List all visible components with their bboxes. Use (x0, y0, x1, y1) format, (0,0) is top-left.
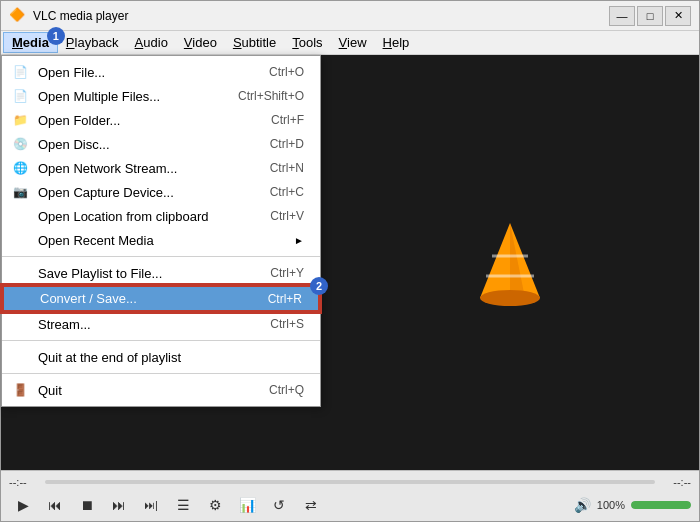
seek-time-right: --:-- (661, 476, 691, 488)
menu-media-label: M (12, 35, 23, 50)
menu-media[interactable]: Media 1 (3, 32, 58, 53)
menu-item-stream[interactable]: Stream... Ctrl+S (2, 312, 320, 336)
menu-item-quit[interactable]: 🚪 Quit Ctrl+Q (2, 378, 320, 402)
menubar: Media 1 Playback Audio Video Subtitle To… (1, 31, 699, 55)
menu-subtitle[interactable]: Subtitle (225, 33, 284, 52)
controls-right: 🔊 100% (574, 497, 691, 513)
open-disc-icon: 💿 (10, 134, 30, 154)
volume-fill (631, 501, 691, 509)
menu-item-open-folder[interactable]: 📁 Open Folder... Ctrl+F (2, 108, 320, 132)
frame-button[interactable]: ⏭| (137, 493, 165, 517)
volume-icon: 🔊 (574, 497, 591, 513)
seek-bar[interactable]: --:-- --:-- (9, 475, 691, 489)
visualize-button[interactable]: 📊 (233, 493, 261, 517)
menu-item-open-location[interactable]: Open Location from clipboard Ctrl+V (2, 204, 320, 228)
svg-point-2 (480, 290, 540, 306)
shuffle-button[interactable]: ⇄ (297, 493, 325, 517)
window-controls: — □ ✕ (609, 6, 691, 26)
open-capture-icon: 📷 (10, 182, 30, 202)
vlc-window: 🔶 VLC media player — □ ✕ Media 1 Playbac… (0, 0, 700, 522)
menu-item-open-recent[interactable]: Open Recent Media ► (2, 228, 320, 252)
open-location-icon (10, 206, 30, 226)
menu-playback[interactable]: Playback (58, 33, 127, 52)
menu-item-open-network[interactable]: 🌐 Open Network Stream... Ctrl+N (2, 156, 320, 180)
menu-item-open-file[interactable]: 📄 Open File... Ctrl+O (2, 60, 320, 84)
window-title: VLC media player (33, 9, 609, 23)
seek-time-left: --:-- (9, 476, 39, 488)
convert-save-badge: 2 (310, 277, 328, 295)
loop-button[interactable]: ↺ (265, 493, 293, 517)
open-recent-icon (10, 230, 30, 250)
menu-item-open-capture[interactable]: 📷 Open Capture Device... Ctrl+C (2, 180, 320, 204)
bottom-bar: --:-- --:-- ▶ ⏮ ⏹ ⏭ ⏭| ☰ ⚙ 📊 ↺ ⇄ 🔊 100% (1, 470, 699, 521)
titlebar: 🔶 VLC media player — □ ✕ (1, 1, 699, 31)
menu-item-open-disc[interactable]: 💿 Open Disc... Ctrl+D (2, 132, 320, 156)
vlc-cone (470, 218, 550, 308)
playlist-button[interactable]: ☰ (169, 493, 197, 517)
media-dropdown: 📄 Open File... Ctrl+O 📄 Open Multiple Fi… (1, 55, 321, 407)
open-network-icon: 🌐 (10, 158, 30, 178)
quit-playlist-icon (10, 347, 30, 367)
menu-help[interactable]: Help (375, 33, 418, 52)
seek-track[interactable] (45, 480, 655, 484)
menu-item-quit-playlist[interactable]: Quit at the end of playlist (2, 345, 320, 369)
menu-item-open-multiple[interactable]: 📄 Open Multiple Files... Ctrl+Shift+O (2, 84, 320, 108)
minimize-button[interactable]: — (609, 6, 635, 26)
stop-button[interactable]: ⏹ (73, 493, 101, 517)
main-content: 📄 Open File... Ctrl+O 📄 Open Multiple Fi… (1, 55, 699, 470)
save-playlist-icon (10, 263, 30, 283)
extended-button[interactable]: ⚙ (201, 493, 229, 517)
menu-item-save-playlist[interactable]: Save Playlist to File... Ctrl+Y (2, 261, 320, 285)
volume-label: 100% (597, 499, 625, 511)
menu-view[interactable]: View (331, 33, 375, 52)
video-area (321, 55, 699, 470)
next-button[interactable]: ⏭ (105, 493, 133, 517)
separator-1 (2, 256, 320, 257)
open-file-icon: 📄 (10, 62, 30, 82)
menu-item-convert-save[interactable]: Convert / Save... Ctrl+R 2 (2, 285, 320, 312)
controls-left: ▶ ⏮ ⏹ ⏭ ⏭| ☰ ⚙ 📊 ↺ ⇄ (9, 493, 325, 517)
separator-2 (2, 340, 320, 341)
menu-audio[interactable]: Audio (127, 33, 176, 52)
volume-bar[interactable] (631, 501, 691, 509)
open-folder-icon: 📁 (10, 110, 30, 130)
open-multiple-icon: 📄 (10, 86, 30, 106)
quit-icon: 🚪 (10, 380, 30, 400)
convert-save-icon (12, 289, 32, 309)
controls-row: ▶ ⏮ ⏹ ⏭ ⏭| ☰ ⚙ 📊 ↺ ⇄ 🔊 100% (9, 493, 691, 517)
prev-button[interactable]: ⏮ (41, 493, 69, 517)
menu-video[interactable]: Video (176, 33, 225, 52)
stream-icon (10, 314, 30, 334)
menu-tools[interactable]: Tools (284, 33, 330, 52)
maximize-button[interactable]: □ (637, 6, 663, 26)
close-button[interactable]: ✕ (665, 6, 691, 26)
play-button[interactable]: ▶ (9, 493, 37, 517)
separator-3 (2, 373, 320, 374)
app-icon: 🔶 (9, 7, 27, 25)
